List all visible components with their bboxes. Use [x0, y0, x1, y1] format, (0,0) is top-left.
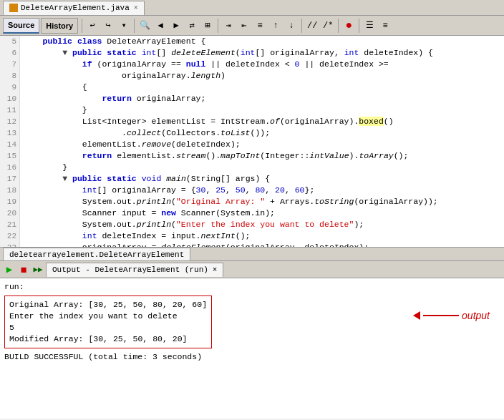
block-comment-icon[interactable]: /*	[320, 18, 336, 34]
tab-label: DeleteArrayElement.java	[21, 4, 130, 12]
run-label: run:	[4, 281, 500, 293]
find-next-icon[interactable]: ▶	[168, 18, 184, 34]
code-line-12: List<Integer> elementList = IntStream.of…	[23, 116, 501, 127]
class-tab-label: deletearrayelement.DeleteArrayElement	[9, 250, 184, 259]
output-box: Original Array: [30, 25, 50, 80, 20, 60]…	[4, 296, 212, 348]
code-content[interactable]: public class DeleteArrayElement { ▼ publ…	[20, 36, 504, 247]
toolbar-separator-1	[82, 19, 82, 33]
output-line-2: Enter the index you want to delete	[9, 311, 207, 322]
output-line-1: Original Array: [30, 25, 50, 80, 20, 60]	[9, 299, 207, 311]
toggle-comment-icon[interactable]: //	[304, 18, 320, 34]
output-line-3: 5	[9, 322, 207, 333]
undo-icon[interactable]: ↩	[84, 18, 100, 34]
code-line-19: System.out.println("Original Array: " + …	[23, 196, 501, 207]
code-line-20: Scanner input = new Scanner(System.in);	[23, 207, 501, 219]
tab-close-button[interactable]: ×	[134, 4, 138, 12]
code-line-15: return elementList.stream().mapToInt(Int…	[23, 150, 501, 162]
code-container: 56789 1011121314 1516171819 2021222324 2…	[0, 36, 504, 247]
code-line-10: return originalArray;	[23, 93, 501, 104]
code-line-9: {	[23, 82, 501, 93]
code-line-7: if (originalArray == null || deleteIndex…	[23, 59, 501, 70]
code-line-5: public class DeleteArrayElement {	[23, 36, 501, 47]
align-left-icon[interactable]: ☰	[362, 18, 377, 34]
arrow-label: output	[462, 310, 490, 321]
code-line-16: }	[23, 162, 501, 173]
output-line-4: Modified Array: [30, 25, 50, 80, 20]	[9, 333, 207, 345]
search-icon[interactable]: 🔍	[137, 18, 152, 34]
bottom-section: ▶ ◼ ▶▶ Output - DeleteArrayElement (run)…	[0, 261, 504, 419]
run-icon[interactable]: ●	[341, 18, 357, 34]
code-line-14: elementList.remove(deleteIndex);	[23, 139, 501, 150]
source-button[interactable]: Source	[3, 18, 39, 34]
arrow-head-left	[413, 311, 420, 320]
toolbar-separator-3	[218, 19, 218, 33]
code-line-17: ▼ public static void main(String[] args)…	[23, 173, 501, 185]
code-line-6: ▼ public static int[] deleteElement(int[…	[23, 47, 501, 59]
toolbar-separator-2	[134, 19, 135, 33]
stop-button[interactable]: ◼	[17, 263, 30, 276]
code-line-13: .collect(Collectors.toList());	[23, 127, 501, 139]
toolbar-separator-6	[359, 19, 359, 33]
code-line-18: int[] originalArray = {30, 25, 50, 80, 2…	[23, 185, 501, 196]
unindent-icon[interactable]: ⇤	[236, 18, 252, 34]
arrow-line	[423, 315, 459, 316]
toggle-icon[interactable]: ⊞	[200, 18, 215, 34]
build-status: BUILD SUCCESSFUL (total time: 3 seconds)	[4, 351, 500, 363]
play-button[interactable]: ▶	[3, 263, 16, 276]
line-numbers: 56789 1011121314 1516171819 2021222324 2…	[0, 36, 20, 247]
file-tab[interactable]: DeleteArrayElement.java ×	[3, 1, 145, 15]
toolbar-separator-5	[338, 19, 339, 33]
step-button[interactable]: ▶▶	[32, 263, 44, 276]
output-tab[interactable]: Output - DeleteArrayElement (run) ×	[46, 263, 223, 277]
indent-icon[interactable]: ⇥	[220, 18, 236, 34]
code-line-11: }	[23, 104, 501, 116]
output-tab-label: Output - DeleteArrayElement (run)	[52, 265, 208, 274]
shift-down-icon[interactable]: ↓	[284, 18, 299, 34]
shift-up-icon[interactable]: ↑	[268, 18, 284, 34]
output-content: run: Original Array: [30, 25, 50, 80, 20…	[0, 278, 504, 419]
output-arrow-annotation: output	[413, 310, 490, 321]
dropdown-icon[interactable]: ▾	[116, 18, 132, 34]
toolbar: Source History ↩ ↪ ▾ 🔍 ◀ ▶ ⇄ ⊞ ⇥ ⇤ ≡ ↑ ↓…	[0, 16, 504, 36]
class-tab[interactable]: deletearrayelement.DeleteArrayElement	[3, 248, 190, 260]
find-prev-icon[interactable]: ◀	[152, 18, 168, 34]
toolbar-separator-4	[301, 19, 302, 33]
code-line-23: originalArray = deleteElement(originalAr…	[23, 242, 501, 247]
output-toolbar: ▶ ◼ ▶▶ Output - DeleteArrayElement (run)…	[0, 261, 504, 278]
tab-bar: DeleteArrayElement.java ×	[0, 0, 504, 16]
redo-icon[interactable]: ↪	[100, 18, 116, 34]
format-icon[interactable]: ≡	[252, 18, 268, 34]
align-right-icon[interactable]: ≡	[377, 18, 393, 34]
java-file-icon	[9, 4, 18, 12]
editor-area: 56789 1011121314 1516171819 2021222324 2…	[0, 36, 504, 247]
bottom-tab-bar: deletearrayelement.DeleteArrayElement	[0, 247, 504, 261]
code-line-22: int deleteIndex = input.nextInt();	[23, 230, 501, 242]
replace-icon[interactable]: ⇄	[184, 18, 200, 34]
code-line-8: originalArray.length)	[23, 70, 501, 82]
history-button[interactable]: History	[41, 18, 78, 34]
output-tab-close[interactable]: ×	[213, 265, 218, 274]
code-line-21: System.out.println("Enter the index you …	[23, 219, 501, 230]
